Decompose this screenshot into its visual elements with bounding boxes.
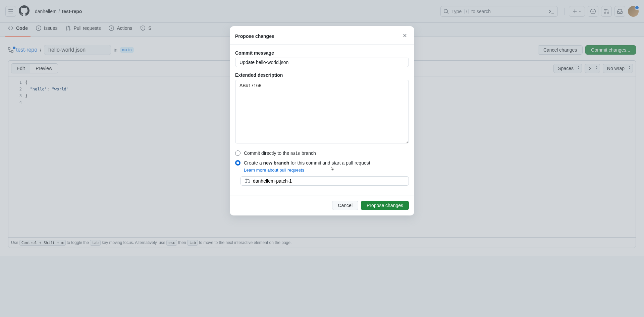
commit-target-group: Commit directly to the main branch Creat… bbox=[235, 150, 409, 186]
close-button[interactable] bbox=[401, 31, 409, 41]
propose-changes-dialog: Propose changes Commit message Extended … bbox=[230, 26, 414, 215]
radio-label: Commit directly to the main branch bbox=[244, 150, 316, 157]
branch-name-input[interactable] bbox=[253, 178, 405, 184]
modal-overlay[interactable]: Propose changes Commit message Extended … bbox=[0, 0, 644, 317]
cancel-button[interactable]: Cancel bbox=[332, 201, 358, 210]
commit-message-label: Commit message bbox=[235, 50, 409, 56]
text: for this commit and start a pull request bbox=[289, 160, 370, 166]
extended-description-label: Extended description bbox=[235, 72, 409, 78]
radio-icon-checked bbox=[235, 160, 240, 166]
radio-icon bbox=[235, 150, 240, 156]
modal-header: Propose changes bbox=[230, 26, 414, 45]
learn-more-link[interactable]: Learn more about pull requests bbox=[244, 168, 304, 173]
close-icon bbox=[402, 33, 408, 38]
propose-changes-button[interactable]: Propose changes bbox=[361, 201, 409, 210]
branch-name-input-wrap bbox=[240, 176, 409, 186]
text-bold: new branch bbox=[263, 160, 289, 166]
radio-new-branch[interactable]: Create a new branch for this commit and … bbox=[235, 160, 409, 174]
radio-commit-direct[interactable]: Commit directly to the main branch bbox=[235, 150, 409, 157]
text: Create a bbox=[244, 160, 263, 166]
branch-name: main bbox=[290, 151, 300, 156]
text: Commit directly to the bbox=[244, 150, 290, 156]
radio-label: Create a new branch for this commit and … bbox=[244, 160, 370, 174]
extended-description-input[interactable] bbox=[235, 80, 409, 143]
git-pull-request-icon bbox=[245, 178, 250, 184]
commit-message-input[interactable] bbox=[235, 58, 409, 67]
modal-body: Commit message Extended description Comm… bbox=[230, 45, 414, 195]
text: branch bbox=[300, 150, 316, 156]
modal-title: Propose changes bbox=[235, 34, 401, 39]
modal-footer: Cancel Propose changes bbox=[230, 195, 414, 215]
